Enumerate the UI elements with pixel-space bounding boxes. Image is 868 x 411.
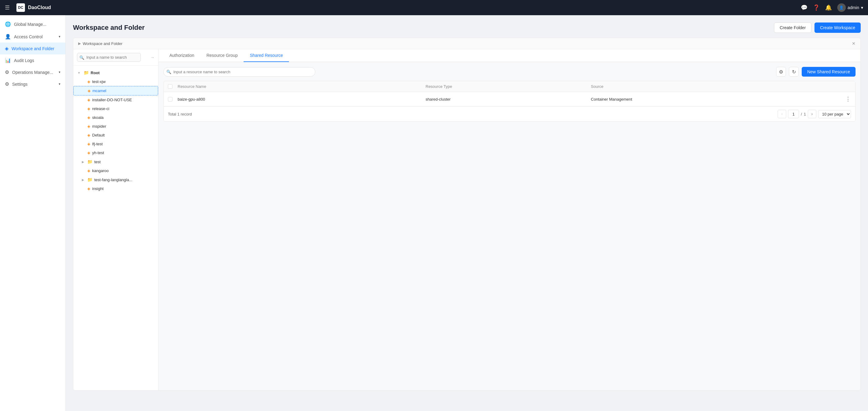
tree-node-default[interactable]: ◈ Default [73,131,158,139]
row-check-col [168,97,178,101]
tree-node-release-ci-label: release-ci [92,106,109,111]
release-ci-ws-icon: ◈ [87,106,90,111]
tab-content-shared-resource: 🔍 ⚙ ↻ New Shared Resource [158,62,860,390]
header-checkbox[interactable] [168,84,173,89]
breadcrumb-bar: ▶ Workspace and Folder ✕ [73,38,860,49]
tree-node-mspider-label: mspider [92,124,106,129]
mcamel-ws-icon: ◈ [88,89,91,93]
user-area[interactable]: 👤 admin ▾ [837,3,863,12]
sidebar-item-workspace-folder[interactable]: ◈ Workspace and Folder [0,42,65,55]
insight-ws-icon: ◈ [87,186,90,191]
tab-authorization[interactable]: Authorization [163,49,200,62]
breadcrumb-close-icon[interactable]: ✕ [852,41,856,46]
installer-ws-icon: ◈ [87,98,90,102]
tree-body: ▾ 📁 Root ◈ test-xjw ◈ [73,66,158,390]
tree-search-wrap: 🔍 [77,53,148,62]
nav-actions: 💬 ❓ 🔔 👤 admin ▾ [801,3,863,12]
new-shared-resource-button[interactable]: New Shared Resource [802,67,856,76]
tab-resource-group[interactable]: Resource Group [200,49,244,62]
help-icon[interactable]: ❓ [813,4,819,11]
settings-column-button[interactable]: ⚙ [776,67,786,76]
tree-node-test-fang-label: test-fang-langlangla... [94,178,132,182]
create-workspace-button[interactable]: Create Workspace [814,23,861,33]
sidebar-label-settings: Settings [12,82,28,87]
menu-toggle-icon[interactable]: ☰ [5,4,10,11]
tree-node-test[interactable]: ▶ 📁 test [73,157,158,166]
test-fang-folder-icon: 📁 [87,177,92,182]
header-check-col [168,84,178,89]
page-separator: / [801,112,802,117]
tree-node-test-xjw[interactable]: ◈ test-xjw [73,77,158,86]
header-actions: Create Folder Create Workspace [774,23,861,33]
workspace-folder-icon: ◈ [5,45,8,51]
tree-node-mcamel[interactable]: ◈ mcamel [73,86,158,95]
tree-expand-icon[interactable]: → [150,55,155,60]
toolbar-right: ⚙ ↻ New Shared Resource [776,67,856,76]
tree-node-test-fang[interactable]: ▶ 📁 test-fang-langlangla... [73,175,158,184]
access-control-icon: 👤 [5,34,11,39]
header-source: Source [591,84,839,89]
tree-node-kangaroo[interactable]: ◈ kangaroo [73,166,158,175]
avatar: 👤 [837,3,846,12]
sidebar-item-global-manage[interactable]: 🌐 Global Manage... [0,18,65,31]
row-more-actions-icon[interactable]: ⋮ [845,96,851,102]
logo-icon: DC [17,3,25,12]
per-page-select[interactable]: 10 per page 20 per page 50 per page [818,110,851,118]
sidebar-item-settings[interactable]: ⚙ Settings ▾ [0,78,65,90]
split-layout: 🔍 → ▾ 📁 Root [73,49,860,390]
header-resource-name: Resource Name [178,84,426,89]
mspider-ws-icon: ◈ [87,124,90,129]
row-checkbox[interactable] [168,97,173,101]
refresh-button[interactable]: ↻ [789,67,799,76]
sidebar-item-operations-manage[interactable]: ⚙ Operations Manage... ▾ [0,66,65,78]
lfj-test-ws-icon: ◈ [87,142,90,146]
message-icon[interactable]: 💬 [801,4,807,11]
next-page-button[interactable]: › [808,110,816,118]
tree-node-yh-test[interactable]: ◈ yh-test [73,148,158,157]
resource-search-icon: 🔍 [166,70,171,74]
tree-node-skoala[interactable]: ◈ skoala [73,113,158,122]
tree-node-kangaroo-label: kangaroo [92,168,108,173]
tree-search-input[interactable] [77,53,141,62]
test-folder-icon: 📁 [87,159,92,164]
tree-node-lfj-test[interactable]: ◈ lfj-test [73,139,158,148]
logo-area: ☰ DC DaoCloud [5,3,801,12]
bell-icon[interactable]: 🔔 [825,4,832,11]
tree-node-insight[interactable]: ◈ insight [73,184,158,193]
top-nav: ☰ DC DaoCloud 💬 ❓ 🔔 👤 admin ▾ [0,0,868,15]
table-header: Resource Name Resource Type Source [164,81,855,92]
test-xjw-ws-icon: ◈ [87,80,90,84]
resource-search-input[interactable] [163,67,315,76]
tree-node-installer-label: installer-DO-NOT-USE [92,98,132,102]
tree-node-installer[interactable]: ◈ installer-DO-NOT-USE [73,95,158,104]
tree-node-mspider[interactable]: ◈ mspider [73,122,158,131]
sidebar-item-access-control[interactable]: 👤 Access Control ▾ [0,31,65,42]
tree-node-root[interactable]: ▾ 📁 Root [73,68,158,77]
root-expand-icon: ▾ [78,71,82,74]
user-chevron-icon: ▾ [861,5,863,10]
create-folder-button[interactable]: Create Folder [774,23,812,33]
resource-toolbar: 🔍 ⚙ ↻ New Shared Resource [163,67,856,76]
tree-node-mcamel-label: mcamel [92,89,106,93]
settings-arrow-icon: ▾ [59,82,61,86]
tree-panel: 🔍 → ▾ 📁 Root [73,49,158,390]
sidebar-item-audit-logs[interactable]: 📊 Audit Logs [0,55,65,66]
current-page-input[interactable] [788,110,799,118]
prev-page-button[interactable]: ‹ [778,110,786,118]
detail-panel: Authorization Resource Group Shared Reso… [158,49,860,390]
row-source: Container Management [591,97,839,101]
tabs-bar: Authorization Resource Group Shared Reso… [158,49,860,62]
pagination-bar: Total 1 record ‹ / 1 › 10 per page [164,106,855,121]
main-layout: 🌐 Global Manage... 👤 Access Control ▾ ◈ … [0,15,868,411]
tab-shared-resource[interactable]: Shared Resource [244,49,289,62]
row-actions-col: ⋮ [839,96,851,102]
operations-manage-arrow-icon: ▾ [59,70,61,74]
sidebar-label-operations-manage: Operations Manage... [12,70,53,75]
tree-node-test-xjw-label: test-xjw [92,80,105,84]
tree-node-release-ci[interactable]: ◈ release-ci [73,104,158,113]
breadcrumb-expand-icon[interactable]: ▶ [78,41,81,45]
page-title: Workspace and Folder [73,24,145,32]
yh-test-ws-icon: ◈ [87,151,90,155]
tree-node-insight-label: insight [92,186,104,191]
tree-node-test-label: test [94,160,101,164]
